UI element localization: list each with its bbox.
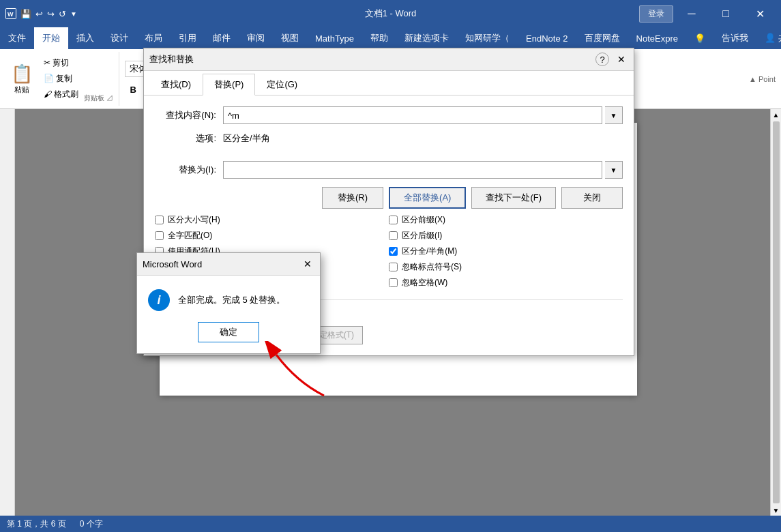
checkbox-fullhalf-label: 区分全/半角(M)	[402, 246, 457, 257]
replace-input[interactable]	[223, 161, 602, 179]
options-row: 选项: 区分全/半角	[155, 132, 623, 145]
checkbox-case-label: 区分大小写(H)	[168, 214, 220, 226]
info-icon: i	[148, 289, 170, 311]
checkbox-prefix-label: 区分前缀(X)	[402, 214, 445, 226]
checkbox-suffix-row: 区分后缀(I)	[389, 230, 623, 241]
checkbox-fullhalf[interactable]	[389, 247, 398, 256]
checkbox-ignpunct-label: 忽略标点符号(S)	[402, 261, 462, 273]
find-input[interactable]	[223, 106, 602, 124]
close-dialog-button[interactable]: 关闭	[561, 187, 623, 209]
dialog-help-button[interactable]: ?	[595, 53, 609, 66]
checkbox-case[interactable]	[155, 216, 164, 224]
ms-dialog-ok-button[interactable]: 确定	[198, 322, 259, 342]
checkbox-suffix-label: 区分后缀(I)	[402, 230, 442, 241]
replace-label: 替换为(I):	[155, 164, 223, 176]
dialog-tabs: 查找(D) 替换(P) 定位(G)	[144, 71, 634, 95]
checkbox-prefix[interactable]	[389, 216, 398, 224]
checkboxes-right-col: 区分前缀(X) 区分后缀(I) 区分全/半角(M) 忽略标点符号(S)	[389, 214, 623, 289]
replace-all-button[interactable]: 全部替换(A)	[389, 187, 466, 209]
tab-goto[interactable]: 定位(G)	[255, 74, 309, 95]
options-value: 区分全/半角	[223, 132, 270, 145]
ms-dialog-content: i 全部完成。完成 5 处替换。	[148, 289, 285, 311]
checkbox-ignspace[interactable]	[389, 278, 398, 287]
checkbox-ignspace-row: 忽略空格(W)	[389, 277, 623, 289]
checkbox-suffix[interactable]	[389, 231, 398, 240]
dialog-title-text: 查找和替换	[149, 53, 194, 65]
ms-word-dialog: Microsoft Word ✕ i 全部完成。完成 5 处替换。 确定	[136, 252, 321, 354]
checkbox-whole-label: 全字匹配(O)	[168, 230, 212, 241]
checkbox-ignpunct-row: 忽略标点符号(S)	[389, 261, 623, 273]
replace-dropdown-button[interactable]: ▼	[605, 161, 623, 179]
ms-dialog-close-button[interactable]: ✕	[301, 257, 314, 271]
ms-dialog-title: Microsoft Word	[143, 259, 202, 269]
options-label: 选项:	[155, 132, 223, 145]
replace-one-button[interactable]: 替换(R)	[322, 187, 383, 209]
checkbox-whole-row: 全字匹配(O)	[155, 230, 389, 241]
dialog-title-bar: 查找和替换 ? ✕	[144, 48, 634, 71]
find-label: 查找内容(N):	[155, 109, 223, 121]
action-buttons: 替换(R) 全部替换(A) 查找下一处(F) 关闭	[155, 187, 623, 209]
find-next-button[interactable]: 查找下一处(F)	[471, 187, 556, 209]
find-field-row: 查找内容(N): ▼	[155, 106, 623, 124]
tab-replace[interactable]: 替换(P)	[203, 74, 255, 95]
ms-dialog-title-bar: Microsoft Word ✕	[137, 253, 320, 276]
replace-field-row: 替换为(I): ▼	[155, 161, 623, 179]
tab-find[interactable]: 查找(D)	[149, 74, 203, 95]
replace-input-wrap: ▼	[223, 161, 623, 179]
checkbox-ignpunct[interactable]	[389, 263, 398, 271]
find-dropdown-button[interactable]: ▼	[605, 106, 623, 124]
ms-dialog-message: 全部完成。完成 5 处替换。	[178, 294, 285, 306]
checkbox-whole[interactable]	[155, 231, 164, 240]
dialog-close-button[interactable]: ✕	[615, 53, 628, 66]
checkbox-fullhalf-row: 区分全/半角(M)	[389, 246, 623, 257]
ms-dialog-body: i 全部完成。完成 5 处替换。 确定	[137, 276, 320, 353]
dialog-overlay: 查找和替换 ? ✕ 查找(D) 替换(P) 定位(G) 查找内容(N): ▼	[0, 0, 781, 532]
checkbox-ignspace-label: 忽略空格(W)	[402, 277, 447, 289]
checkbox-prefix-row: 区分前缀(X)	[389, 214, 623, 226]
find-input-wrap: ▼	[223, 106, 623, 124]
checkbox-case-row: 区分大小写(H)	[155, 214, 389, 226]
